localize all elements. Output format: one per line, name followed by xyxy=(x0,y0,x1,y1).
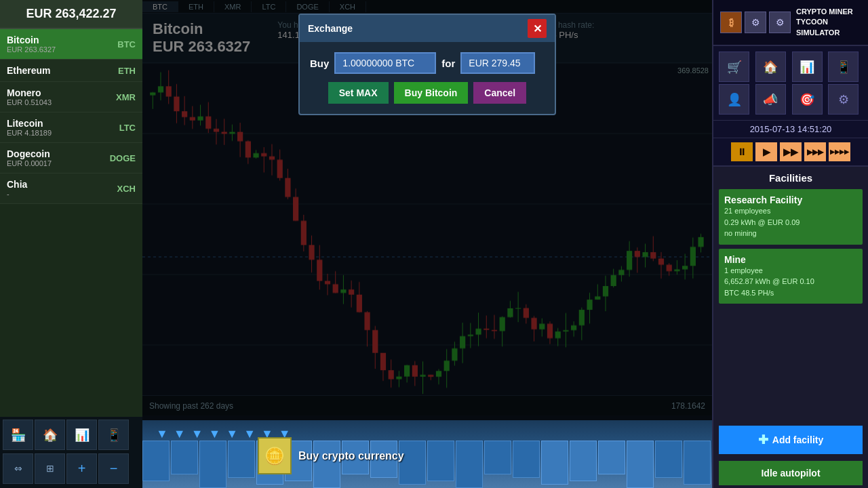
crypto-item-ltc[interactable]: Litecoin EUR 4.18189 LTC xyxy=(0,113,142,143)
buy-crypto-text: Buy crypto currency xyxy=(298,450,404,462)
bitcoin-logo-icon: ₿ xyxy=(720,12,742,33)
exchange-amount-input[interactable] xyxy=(334,52,436,74)
balance-display: EUR 263,422.27 xyxy=(0,0,142,29)
crypto-xmr-price: EUR 0.51043 xyxy=(7,98,52,106)
crypto-eth-left: Ethereum xyxy=(7,65,51,76)
crypto-doge-ticker: DOGE xyxy=(110,153,136,163)
research-employees: 21 employees xyxy=(724,205,857,217)
crypto-ltc-name: Litecoin xyxy=(7,118,52,129)
exchange-buttons: Set MAX Buy Bitcoin Cancel xyxy=(310,82,545,104)
exchange-dialog: Exchange ✕ Buy for EUR 279.45 Set MAX Bu… xyxy=(298,14,556,115)
icon-shop[interactable]: 🛒 xyxy=(719,52,749,82)
facility-card-research[interactable]: Research Facility 21 employees 0.29 kWh … xyxy=(719,189,863,245)
buy-bitcoin-button[interactable]: Buy Bitcoin xyxy=(394,82,469,104)
facility-card-mine[interactable]: Mine 1 employee 6,652.87 kWh @ EUR 0.10 … xyxy=(719,249,863,304)
mine-name: Mine xyxy=(724,254,857,265)
crypto-xch-name: Chia xyxy=(7,179,27,190)
tool-icon-phone[interactable]: 📱 xyxy=(98,420,129,450)
game-logo: ₿ ⚙ ⚙ CRYPTO MINER TYCOON SIMULATOR xyxy=(713,0,868,46)
fast-forward-button[interactable]: ▶▶ xyxy=(780,142,802,161)
crypto-ltc-price: EUR 4.18189 xyxy=(7,129,52,137)
mine-energy: 6,652.87 kWh @ EUR 0.10 xyxy=(724,276,857,287)
crypto-btc-ticker: BTC xyxy=(117,39,136,49)
tool-icon-plus[interactable]: + xyxy=(66,453,97,484)
gear-logo-icon: ⚙ xyxy=(745,12,766,33)
exchange-title: Exchange xyxy=(308,23,353,34)
tool-icon-shop[interactable]: 🏪 xyxy=(3,420,33,450)
mine-mining: BTC 48.5 PH/s xyxy=(724,287,857,299)
crypto-item-doge[interactable]: Dogecoin EUR 0.00017 DOGE xyxy=(0,143,142,174)
research-facility-name: Research Facility xyxy=(724,195,857,205)
mine-employees: 1 employee xyxy=(724,265,857,277)
exchange-price-value: EUR 279.45 xyxy=(469,58,520,68)
icon-mobile[interactable]: 📱 xyxy=(828,52,859,82)
exchange-row: Buy for EUR 279.45 xyxy=(310,52,545,74)
crypto-xch-price: - xyxy=(7,190,27,198)
exchange-price-display: EUR 279.45 xyxy=(460,52,535,74)
left-sidebar: EUR 263,422.27 Bitcoin EUR 263.6327 BTC … xyxy=(0,0,142,488)
crypto-doge-left: Dogecoin EUR 0.00017 xyxy=(7,148,52,167)
icon-target[interactable]: 🎯 xyxy=(792,84,823,115)
pause-button[interactable]: ⏸ xyxy=(731,142,753,161)
icon-barchart[interactable]: 📊 xyxy=(792,52,823,82)
idle-autopilot-label: Idle autopilot xyxy=(761,468,820,479)
crypto-item-eth[interactable]: Ethereum ETH xyxy=(0,60,142,82)
crypto-btc-name: Bitcoin xyxy=(7,35,56,45)
tool-icon-grid[interactable]: ⊞ xyxy=(35,453,65,484)
crypto-list: Bitcoin EUR 263.6327 BTC Ethereum ETH Mo… xyxy=(0,29,142,204)
icon-megaphone[interactable]: 📣 xyxy=(755,84,786,115)
icon-building[interactable]: 🏠 xyxy=(755,52,786,82)
crypto-eth-name: Ethereum xyxy=(7,65,51,76)
exchange-buy-label: Buy xyxy=(310,58,329,69)
close-icon: ✕ xyxy=(533,22,542,35)
balance-amount: EUR 263,422.27 xyxy=(26,7,116,20)
set-max-button[interactable]: Set MAX xyxy=(328,82,389,104)
crypto-xmr-ticker: XMR xyxy=(116,92,136,102)
add-facility-button[interactable]: ✚ Add facility xyxy=(719,426,863,454)
crypto-item-xch[interactable]: Chia - XCH xyxy=(0,174,142,204)
crypto-btc-price: EUR 263.6327 xyxy=(7,45,56,54)
datetime-text: 2015-07-13 14:51:20 xyxy=(750,124,832,134)
crypto-btc-left: Bitcoin EUR 263.6327 xyxy=(7,35,56,54)
right-panel: ₿ ⚙ ⚙ CRYPTO MINER TYCOON SIMULATOR 🛒 🏠 … xyxy=(712,0,868,488)
research-energy: 0.29 kWh @ EUR 0.09 xyxy=(724,217,857,228)
right-icons-grid: 🛒 🏠 📊 📱 👤 📣 🎯 ⚙ xyxy=(713,46,868,120)
fastest-button[interactable]: ▶▶▶▶ xyxy=(829,142,850,161)
idle-autopilot-button[interactable]: Idle autopilot xyxy=(719,461,863,485)
playback-controls: ⏸ ▶ ▶▶ ▶▶▶ ▶▶▶▶ xyxy=(713,138,868,167)
crypto-doge-price: EUR 0.00017 xyxy=(7,159,52,167)
game-title-line2: TYCOON SIMULATOR xyxy=(796,18,840,36)
crypto-eth-ticker: ETH xyxy=(118,66,136,76)
crypto-xmr-left: Monero EUR 0.51043 xyxy=(7,87,52,106)
icon-person[interactable]: 👤 xyxy=(719,84,749,115)
exchange-close-button[interactable]: ✕ xyxy=(528,19,547,38)
faster-button[interactable]: ▶▶▶ xyxy=(804,142,826,161)
tool-icon-arrows[interactable]: ⇔ xyxy=(3,453,33,484)
datetime-display: 2015-07-13 14:51:20 xyxy=(713,120,868,138)
cancel-button[interactable]: Cancel xyxy=(473,82,526,104)
tool-icon-chart[interactable]: 📊 xyxy=(66,420,97,450)
facilities-section: Facilities Research Facility 21 employee… xyxy=(713,167,868,422)
tool-icon-minus[interactable]: − xyxy=(98,453,129,484)
game-title-line1: CRYPTO MINER xyxy=(796,7,853,16)
plus-add-icon: ✚ xyxy=(758,432,768,447)
gear2-logo-icon: ⚙ xyxy=(769,12,791,33)
exchange-body: Buy for EUR 279.45 Set MAX Buy Bitcoin C… xyxy=(300,42,555,114)
tool-icon-home[interactable]: 🏠 xyxy=(35,420,65,450)
crypto-item-xmr[interactable]: Monero EUR 0.51043 XMR xyxy=(0,82,142,113)
facilities-title: Facilities xyxy=(719,172,863,184)
icon-settings[interactable]: ⚙ xyxy=(828,84,859,115)
buy-crypto-notification: 🪙 Buy crypto currency xyxy=(258,437,404,474)
game-title: CRYPTO MINER TYCOON SIMULATOR xyxy=(796,7,861,38)
research-mining: no mining xyxy=(724,228,857,239)
crypto-xmr-name: Monero xyxy=(7,87,52,98)
coin-bag-icon: 🪙 xyxy=(264,447,285,466)
bottom-toolbar: 🏪 🏠 📊 📱 ⇔ ⊞ + − xyxy=(0,417,142,488)
crypto-doge-name: Dogecoin xyxy=(7,148,52,159)
add-facility-label: Add facility xyxy=(772,434,823,445)
buy-crypto-icon: 🪙 xyxy=(258,437,292,474)
exchange-for-label: for xyxy=(441,58,455,69)
play-button[interactable]: ▶ xyxy=(755,142,777,161)
crypto-item-btc[interactable]: Bitcoin EUR 263.6327 BTC xyxy=(0,29,142,60)
exchange-header: Exchange ✕ xyxy=(300,15,555,42)
